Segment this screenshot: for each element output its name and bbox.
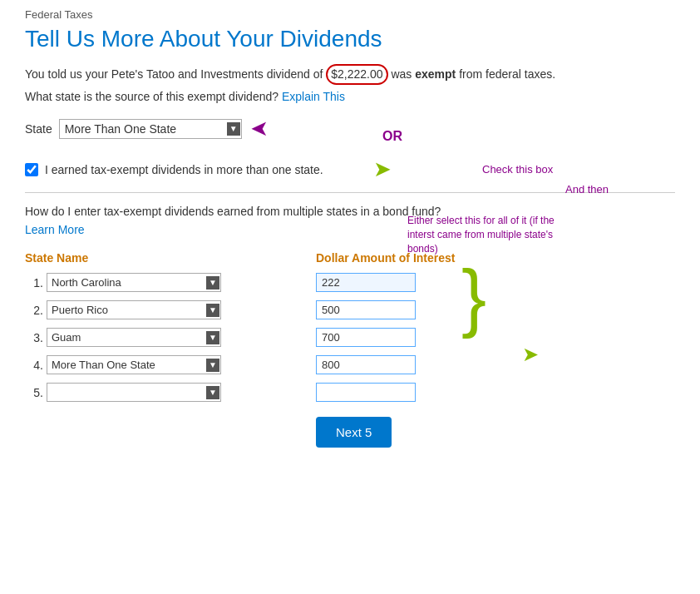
state-row-3-wrapper: Guam North Carolina Puerto Rico More Tha…: [47, 328, 221, 347]
learn-more-link[interactable]: Learn More: [25, 223, 85, 236]
intro-source-text: What state is the source of this exempt …: [25, 88, 675, 106]
state-label: State: [25, 122, 52, 136]
annotation-either: Either select this for all of it (if the…: [407, 214, 574, 255]
annotation-or: OR: [382, 129, 402, 144]
table-row: 5. North Carolina Puerto Rico Guam More …: [25, 383, 291, 402]
state-row-1-wrapper: North Carolina More Than One State Puert…: [47, 273, 221, 292]
section-header: Federal Taxes: [25, 8, 675, 21]
row-number-4: 4.: [25, 359, 43, 372]
table-row: 3. Guam North Carolina Puerto Rico More …: [25, 328, 291, 347]
explain-this-link[interactable]: Explain This: [282, 90, 345, 103]
state-row-3-select[interactable]: Guam North Carolina Puerto Rico More Tha…: [47, 328, 221, 347]
amount-column: Dollar Amount of Interest Next 5: [316, 251, 482, 448]
state-col-header: State Name: [25, 251, 291, 265]
checkbox-label[interactable]: I earned tax-exempt dividends in more th…: [45, 163, 323, 176]
green-left-arrow-icon: ➤: [522, 343, 539, 366]
intro-text3: from federal taxes.: [456, 67, 555, 81]
next-button[interactable]: Next 5: [316, 417, 392, 448]
how-to-question: How do I enter tax-exempt dividends earn…: [25, 205, 675, 218]
state-row-4-select[interactable]: More Than One State North Carolina Puert…: [47, 355, 221, 374]
row-number-2: 2.: [25, 304, 43, 317]
row-number-5: 5.: [25, 386, 43, 399]
amount-input-3[interactable]: [316, 328, 416, 347]
exempt-word: exempt: [415, 67, 456, 81]
table-row: 2. Puerto Rico North Carolina More Than …: [25, 300, 291, 319]
row-number-3: 3.: [25, 331, 43, 344]
state-name-column: State Name 1. North Carolina More Than O…: [25, 251, 291, 448]
state-row-4-wrapper: More Than One State North Carolina Puert…: [47, 355, 221, 374]
table-row: 4. More Than One State North Carolina Pu…: [25, 355, 291, 374]
amount-input-2[interactable]: [316, 300, 416, 319]
brace-icon: }: [461, 260, 486, 334]
state-row-2-select[interactable]: Puerto Rico North Carolina More Than One…: [47, 300, 221, 319]
multi-state-checkbox[interactable]: [25, 163, 38, 176]
state-select-wrapper: More Than One State North Carolina Puert…: [59, 119, 242, 139]
table-row: 1. North Carolina More Than One State Pu…: [25, 273, 291, 292]
annotation-check-box: Check this box: [482, 163, 553, 176]
purple-arrow-icon: ➤: [250, 116, 269, 141]
amount-input-4[interactable]: [316, 355, 416, 374]
amount-col-header: Dollar Amount of Interest: [316, 251, 482, 265]
row-number-1: 1.: [25, 276, 43, 290]
state-row-2-wrapper: Puerto Rico North Carolina More Than One…: [47, 300, 221, 319]
amount-input-5[interactable]: [316, 383, 416, 402]
green-arrow-icon: ➤: [373, 156, 392, 182]
how-to-section: How do I enter tax-exempt dividends earn…: [25, 205, 675, 236]
intro-text1: You told us your Pete's Tatoo and Invest…: [25, 67, 326, 81]
annotation-and-then: And then: [565, 183, 609, 196]
state-row-1-select[interactable]: North Carolina More Than One State Puert…: [47, 273, 221, 292]
intro-paragraph: You told us your Pete's Tatoo and Invest…: [25, 64, 675, 85]
page-title: Tell Us More About Your Dividends: [25, 26, 675, 52]
intro-text2: was: [388, 67, 416, 81]
state-row-5-select[interactable]: North Carolina Puerto Rico Guam More Tha…: [47, 383, 221, 402]
exempt-amount: $2,222.00: [326, 64, 387, 85]
state-selector-row: State More Than One State North Carolina…: [25, 116, 675, 141]
amount-input-1[interactable]: [316, 273, 416, 292]
state-dropdown[interactable]: More Than One State North Carolina Puert…: [59, 119, 242, 139]
table-section: State Name 1. North Carolina More Than O…: [25, 251, 675, 448]
state-row-5-wrapper: North Carolina Puerto Rico Guam More Tha…: [47, 383, 221, 402]
source-question: What state is the source of this exempt …: [25, 90, 279, 103]
